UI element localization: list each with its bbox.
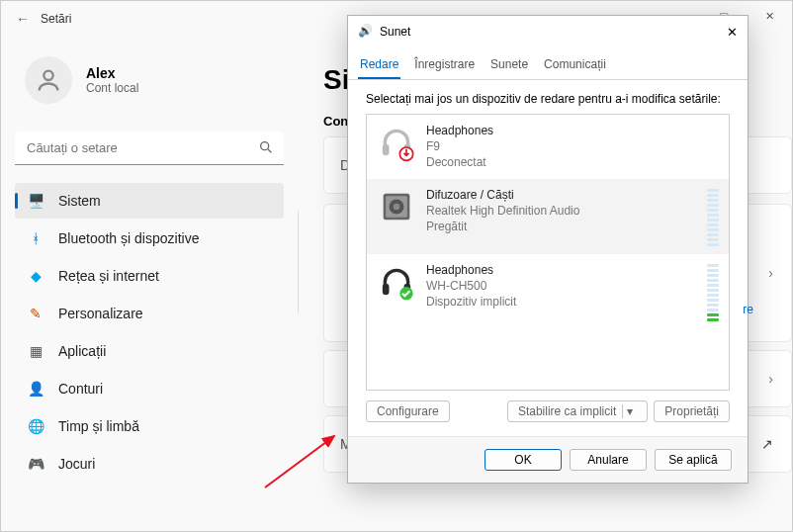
nav-label: Jocuri	[58, 456, 95, 472]
sidebar: Alex Cont local 🖥️SistemᚼBluetooth și di…	[1, 37, 298, 531]
divider	[298, 211, 299, 313]
nav-icon: ᚼ	[27, 229, 44, 247]
tabs: RedareÎnregistrareSuneteComunicații	[348, 47, 748, 80]
svg-rect-3	[383, 144, 390, 156]
open-external-icon: ↗	[761, 436, 773, 452]
cancel-button[interactable]: Anulare	[570, 449, 647, 471]
device-subtitle: Realtek High Definition Audio	[426, 203, 697, 219]
tab-comunicații[interactable]: Comunicații	[542, 53, 608, 79]
level-meter	[707, 262, 719, 321]
user-icon	[35, 66, 62, 94]
device-icon	[377, 262, 416, 302]
nav-label: Timp și limbă	[58, 418, 139, 434]
search-box[interactable]	[15, 132, 284, 165]
nav-list: 🖥️SistemᚼBluetooth și dispozitive◆Rețea …	[15, 183, 284, 482]
dialog-close-button[interactable]: ✕	[727, 25, 738, 40]
dialog-title: Sunet	[380, 25, 410, 39]
sidebar-item-aplica-ii[interactable]: ▦Aplicații	[15, 333, 284, 369]
nav-icon: 🖥️	[27, 192, 44, 210]
configure-button[interactable]: Configurare	[366, 400, 450, 422]
device-status: Pregătit	[426, 219, 697, 234]
set-default-button[interactable]: Stabilire ca implicit ▾	[507, 400, 648, 422]
level-meter	[707, 187, 719, 246]
nav-label: Personalizare	[58, 306, 143, 321]
device-name: Headphones	[426, 123, 719, 138]
nav-label: Bluetooth și dispozitive	[58, 230, 199, 246]
properties-button[interactable]: Proprietăți	[654, 400, 730, 422]
user-block[interactable]: Alex Cont local	[15, 37, 284, 132]
chevron-right-icon: ›	[768, 265, 773, 281]
nav-icon: ✎	[27, 305, 44, 322]
sidebar-item-sistem[interactable]: 🖥️Sistem	[15, 183, 284, 219]
tab-înregistrare[interactable]: Înregistrare	[412, 53, 477, 79]
nav-icon: 🌐	[27, 417, 44, 435]
device-list[interactable]: HeadphonesF9DeconectatDifuzoare / CăștiR…	[366, 114, 730, 391]
device-item[interactable]: HeadphonesWH-CH500Dispozitiv implicit	[367, 254, 729, 329]
device-status: Deconectat	[426, 154, 719, 170]
nav-icon: ▦	[27, 342, 44, 360]
dialog-footer: OK Anulare Se aplică	[348, 436, 748, 483]
user-name: Alex	[86, 65, 138, 81]
instruction-text: Selectați mai jos un dispozitiv de redar…	[366, 92, 730, 106]
nav-icon: ◆	[27, 267, 44, 285]
dialog-actions: Configurare Stabilire ca implicit ▾ Prop…	[366, 400, 730, 422]
sidebar-item-conturi[interactable]: 👤Conturi	[15, 371, 284, 406]
device-subtitle: F9	[426, 138, 719, 154]
svg-point-0	[44, 71, 52, 80]
chevron-down-icon: ▾	[622, 404, 637, 418]
ok-button[interactable]: OK	[485, 449, 562, 471]
svg-point-1	[261, 142, 269, 150]
device-status: Dispozitiv implicit	[426, 294, 697, 310]
nav-label: Conturi	[58, 381, 103, 397]
device-icon	[377, 187, 416, 226]
sidebar-item-jocuri[interactable]: 🎮Jocuri	[15, 446, 284, 482]
search-icon	[258, 139, 274, 155]
apply-button[interactable]: Se aplică	[655, 449, 732, 471]
device-item[interactable]: HeadphonesF9Deconectat	[367, 115, 729, 179]
device-icon	[377, 123, 416, 162]
nav-icon: 👤	[27, 380, 44, 398]
tab-sunete[interactable]: Sunete	[488, 53, 530, 79]
sidebar-item-timp-i-limb-[interactable]: 🌐Timp și limbă	[15, 408, 284, 444]
device-item[interactable]: Difuzoare / CăștiRealtek High Definition…	[367, 179, 729, 254]
svg-line-2	[268, 149, 271, 152]
avatar	[25, 56, 72, 104]
nav-label: Sistem	[58, 193, 101, 209]
dialog-titlebar: 🔊 Sunet ✕	[348, 16, 748, 47]
sound-dialog: 🔊 Sunet ✕ RedareÎnregistrareSuneteComuni…	[347, 15, 749, 484]
nav-icon: 🎮	[27, 455, 44, 473]
sidebar-item-personalizare[interactable]: ✎Personalizare	[15, 296, 284, 331]
tab-redare[interactable]: Redare	[358, 53, 400, 79]
search-input[interactable]	[15, 132, 284, 165]
nav-label: Rețea și internet	[58, 268, 159, 284]
user-sub: Cont local	[86, 81, 138, 95]
window-title: Setări	[41, 12, 71, 26]
chevron-right-icon: ›	[768, 371, 773, 387]
sidebar-item-bluetooth-i-dispozitive[interactable]: ᚼBluetooth și dispozitive	[15, 221, 284, 256]
svg-point-10	[394, 203, 400, 210]
device-name: Headphones	[426, 262, 697, 278]
nav-label: Aplicații	[58, 343, 106, 359]
sound-icon: 🔊	[358, 24, 374, 40]
sidebar-item-re-ea-i-internet[interactable]: ◆Rețea și internet	[15, 258, 284, 294]
close-button[interactable]: ✕	[747, 1, 792, 31]
device-name: Difuzoare / Căști	[426, 187, 697, 203]
svg-rect-11	[383, 283, 390, 295]
device-subtitle: WH-CH500	[426, 278, 697, 294]
peek-text: re	[743, 303, 753, 316]
back-button[interactable]: ←	[5, 11, 41, 27]
